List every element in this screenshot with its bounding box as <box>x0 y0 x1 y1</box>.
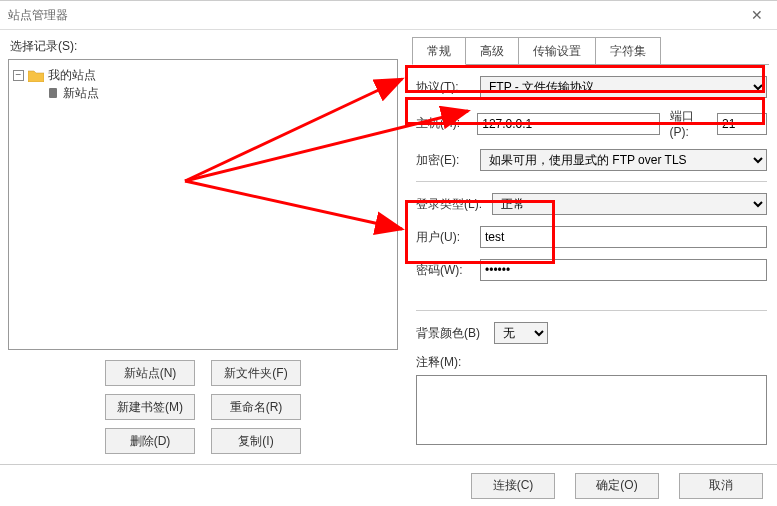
password-label: 密码(W): <box>416 262 480 279</box>
user-input[interactable] <box>480 226 767 248</box>
bgcolor-label: 背景颜色(B) <box>416 325 494 342</box>
new-folder-button[interactable]: 新文件夹(F) <box>211 360 301 386</box>
delete-button[interactable]: 删除(D) <box>105 428 195 454</box>
ok-button[interactable]: 确定(O) <box>575 473 659 499</box>
new-site-button[interactable]: 新站点(N) <box>105 360 195 386</box>
server-icon <box>47 86 59 100</box>
copy-button[interactable]: 复制(I) <box>211 428 301 454</box>
logon-type-select[interactable]: 正常 <box>492 193 767 215</box>
encryption-select[interactable]: 如果可用，使用显式的 FTP over TLS <box>480 149 767 171</box>
connect-button[interactable]: 连接(C) <box>471 473 555 499</box>
port-label: 端口(P): <box>670 108 711 139</box>
notes-textarea[interactable] <box>416 375 767 445</box>
tab-bar: 常规 高级 传输设置 字符集 <box>412 36 769 65</box>
tree-root[interactable]: − 我的站点 <box>13 66 393 84</box>
window-title: 站点管理器 <box>8 7 745 24</box>
password-input[interactable] <box>480 259 767 281</box>
tab-transfer[interactable]: 传输设置 <box>518 37 596 65</box>
port-input[interactable] <box>717 113 767 135</box>
tab-advanced[interactable]: 高级 <box>465 37 519 65</box>
host-label: 主机(H): <box>416 115 477 132</box>
tree-root-label: 我的站点 <box>48 67 96 84</box>
protocol-select[interactable]: FTP - 文件传输协议 <box>480 76 767 98</box>
notes-label: 注释(M): <box>416 354 767 371</box>
bgcolor-select[interactable]: 无 <box>494 322 548 344</box>
cancel-button[interactable]: 取消 <box>679 473 763 499</box>
rename-button[interactable]: 重命名(R) <box>211 394 301 420</box>
titlebar: 站点管理器 ✕ <box>0 1 777 29</box>
collapse-icon[interactable]: − <box>13 70 24 81</box>
user-label: 用户(U): <box>416 229 480 246</box>
host-input[interactable] <box>477 113 659 135</box>
tree-item-label: 新站点 <box>63 85 99 102</box>
new-bookmark-button[interactable]: 新建书签(M) <box>105 394 195 420</box>
encryption-label: 加密(E): <box>416 152 480 169</box>
folder-icon <box>28 69 44 82</box>
tree-item-newsite[interactable]: 新站点 <box>47 84 393 102</box>
tab-charset[interactable]: 字符集 <box>595 37 661 65</box>
select-entry-label: 选择记录(S): <box>10 38 398 55</box>
protocol-label: 协议(T): <box>416 79 480 96</box>
close-icon[interactable]: ✕ <box>745 7 769 23</box>
logon-type-label: 登录类型(L): <box>416 196 492 213</box>
tab-general[interactable]: 常规 <box>412 37 466 65</box>
site-tree[interactable]: − 我的站点 新站点 <box>8 59 398 350</box>
